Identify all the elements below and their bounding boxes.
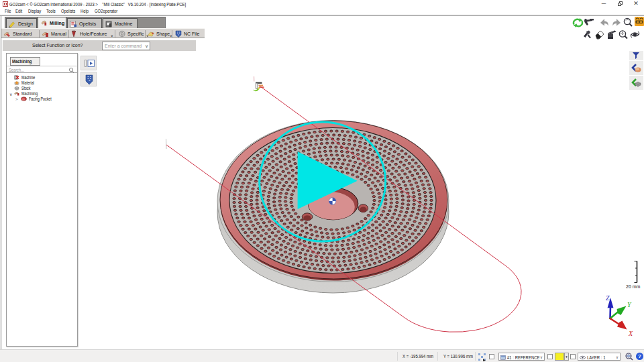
svg-text:Z: Z [606, 294, 610, 302]
svg-text:20 mm: 20 mm [626, 284, 641, 289]
svg-text:X: X [628, 330, 633, 337]
svg-text:Y: Y [627, 301, 632, 308]
